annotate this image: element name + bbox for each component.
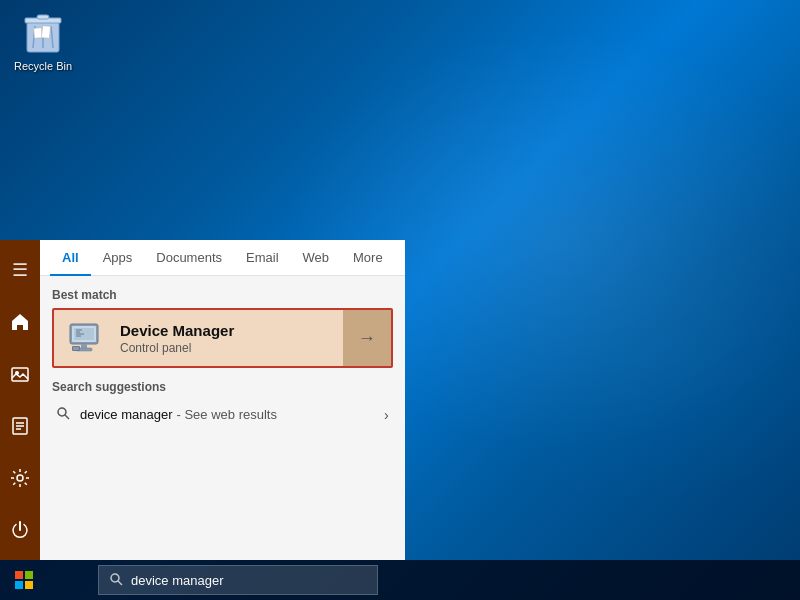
sidebar-settings[interactable]: [0, 458, 40, 498]
svg-rect-30: [15, 581, 23, 589]
taskbar-search-icon: [109, 572, 123, 589]
suggestion-query: device manager: [80, 407, 173, 422]
svg-rect-22: [81, 344, 87, 348]
recycle-bin[interactable]: Recycle Bin: [8, 8, 78, 72]
taskbar-search-input[interactable]: [131, 573, 367, 588]
sidebar-hamburger[interactable]: ☰: [0, 250, 40, 290]
svg-rect-7: [41, 26, 50, 39]
svg-rect-25: [73, 347, 79, 350]
best-match-title: Best match: [52, 288, 393, 302]
start-menu: ☰: [0, 240, 400, 560]
suggestion-link: - See web results: [177, 407, 277, 422]
svg-rect-29: [25, 571, 33, 579]
device-manager-icon: [66, 320, 102, 356]
start-button[interactable]: [0, 560, 48, 600]
suggestions-title: Search suggestions: [52, 380, 393, 394]
suggestion-item[interactable]: device manager - See web results ›: [52, 400, 393, 429]
svg-line-33: [118, 581, 122, 585]
sidebar-documents[interactable]: [0, 406, 40, 446]
best-match-name: Device Manager: [120, 322, 337, 339]
best-match-item[interactable]: Device Manager Control panel →: [52, 308, 393, 368]
search-tabs: All Apps Documents Email Web More: [40, 240, 405, 276]
tab-documents[interactable]: Documents: [144, 240, 234, 275]
svg-rect-8: [12, 368, 28, 381]
svg-rect-2: [37, 15, 49, 19]
svg-rect-6: [34, 28, 43, 39]
taskbar: [0, 560, 800, 600]
tab-web[interactable]: Web: [291, 240, 342, 275]
svg-rect-31: [25, 581, 33, 589]
recycle-bin-label: Recycle Bin: [14, 60, 72, 72]
svg-point-14: [17, 475, 23, 481]
taskbar-search-box[interactable]: [98, 565, 378, 595]
tab-apps[interactable]: Apps: [91, 240, 145, 275]
svg-line-27: [65, 415, 69, 419]
tab-email[interactable]: Email: [234, 240, 291, 275]
sidebar-power[interactable]: [0, 510, 40, 550]
tab-all[interactable]: All: [50, 240, 91, 275]
tab-more[interactable]: More: [341, 240, 395, 275]
start-sidebar: ☰: [0, 240, 40, 560]
svg-point-26: [58, 408, 66, 416]
start-content: All Apps Documents Email Web More Best m…: [40, 240, 405, 560]
recycle-bin-icon: [19, 8, 67, 56]
search-icon: [56, 406, 70, 423]
suggestion-arrow: ›: [384, 407, 389, 423]
results-area: Best match: [40, 276, 405, 560]
sidebar-home[interactable]: [0, 302, 40, 342]
svg-rect-28: [15, 571, 23, 579]
svg-point-32: [111, 574, 119, 582]
best-match-text: Device Manager Control panel: [114, 310, 343, 366]
sidebar-photos[interactable]: [0, 354, 40, 394]
device-manager-icon-area: [54, 310, 114, 366]
desktop: Recycle Bin ☰: [0, 0, 800, 600]
best-match-subtitle: Control panel: [120, 341, 337, 355]
best-match-arrow[interactable]: →: [343, 310, 391, 366]
